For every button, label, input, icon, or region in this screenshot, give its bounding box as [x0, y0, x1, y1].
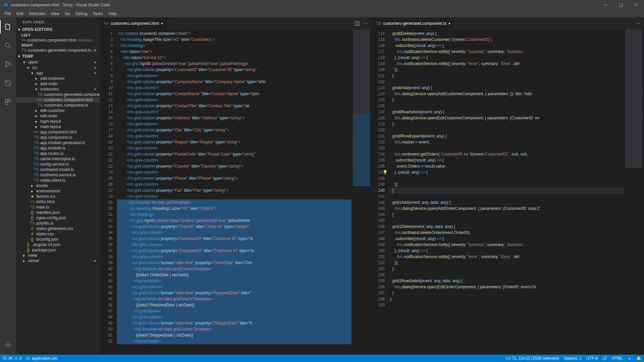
vscode-logo-icon [3, 2, 8, 8]
more-actions-icon[interactable]: ⋯ [364, 21, 368, 26]
code-editor-right[interactable]: grid0Delete(event: any) { this.northwind… [389, 29, 624, 355]
svg-point-7 [6, 66, 7, 67]
explorer-title: EXPLORER [16, 17, 100, 26]
search-icon[interactable] [0, 39, 16, 52]
ts-file-icon: TS [34, 135, 39, 140]
menu-file[interactable]: File [2, 11, 14, 17]
settings-gear-icon[interactable] [0, 338, 16, 351]
tree-item[interactable]: ▾ app● [16, 70, 100, 76]
tree-item[interactable]: ▸ server● [16, 258, 100, 263]
html-file-icon: <> [21, 38, 26, 43]
more-actions-icon[interactable]: ⋯ [636, 21, 640, 26]
status-encoding[interactable]: UTF-8 [586, 356, 598, 361]
menu-debug[interactable]: Debug [73, 11, 90, 17]
tree-item[interactable]: ▸ edit-order [16, 113, 100, 119]
menu-help[interactable]: Help [106, 11, 119, 17]
css-file-icon: # [30, 226, 35, 231]
tree-item[interactable]: TSconfig.service.ts [16, 162, 100, 167]
open-editor-left-file[interactable]: <> customers.component.html client\src\a… [16, 38, 100, 43]
minimize-button[interactable] [598, 0, 613, 10]
temp-section[interactable]: ▾TEMP [16, 53, 100, 60]
ts-file-icon: TS [34, 167, 39, 172]
chevron-icon: ▾ [30, 71, 35, 75]
open-editor-right-file[interactable]: TS customers-generated.component.ts clie… [16, 48, 100, 53]
minimap-right[interactable] [624, 29, 644, 355]
menu-edit[interactable]: Edit [14, 11, 26, 17]
tree-item[interactable]: TSapp.module-generated.ts [16, 140, 100, 145]
tree-item[interactable]: ▸ edit-customer [16, 108, 100, 113]
tree-item[interactable]: TScache.interceptor.ts [16, 156, 100, 162]
status-solution[interactable]: 🗀 application.sln [26, 356, 57, 361]
tree-item[interactable]: <>customers.component.html [16, 97, 100, 103]
close-window-button[interactable] [629, 0, 644, 10]
tree-item[interactable]: ▸ assets [16, 183, 100, 188]
tree-item[interactable]: {}.angular-cli.json [16, 242, 100, 247]
tree-item[interactable]: ▾ src● [16, 65, 100, 70]
menu-view[interactable]: View [48, 11, 62, 17]
json-file-icon: {} [25, 248, 31, 252]
tree-item[interactable]: <>index.html [16, 199, 100, 204]
tree-item[interactable]: TScustomers-generated.component.ts9 [16, 92, 100, 97]
minimap-left[interactable] [352, 29, 372, 355]
tree-item[interactable]: {}package.json [16, 247, 100, 253]
status-language[interactable]: HTML [612, 356, 623, 361]
ts-file-icon: TS [34, 151, 39, 156]
tree-item[interactable]: TSmain.ts [16, 204, 100, 210]
menu-selection[interactable]: Selection [26, 11, 48, 17]
svg-point-4 [5, 43, 9, 47]
tree-item[interactable]: TScustomers.component.ts [16, 103, 100, 108]
tree-item[interactable]: ▸ meta [16, 253, 100, 258]
tree-item[interactable]: ▸ main-layout [16, 124, 100, 129]
maximize-button[interactable] [613, 0, 629, 10]
svg-rect-13 [5, 102, 8, 105]
tree-item[interactable]: TSapp.routes.ts [16, 151, 100, 156]
modified-dot-icon: ● [161, 21, 163, 25]
status-spaces[interactable]: Spaces: 2 [564, 356, 582, 361]
ts-file-icon: TS [30, 221, 35, 226]
split-editor-icon[interactable] [355, 21, 360, 26]
tree-item[interactable]: TSpolyfills.ts [16, 221, 100, 226]
tabs-right: TS customers-generated.component.ts ● ⋯ [372, 17, 644, 29]
tree-item[interactable]: ▾ client● [16, 60, 100, 65]
tree-item[interactable]: {}tsconfig.json [16, 237, 100, 242]
ts-file-icon: TS [38, 103, 43, 108]
feedback-icon[interactable]: ☺ [628, 356, 632, 361]
tree-item[interactable]: #styles-generated.css [16, 226, 100, 231]
tree-item[interactable]: #styles.css [16, 231, 100, 237]
svg-point-14 [7, 344, 9, 346]
tree-item[interactable]: ▸ add-order [16, 81, 100, 86]
chevron-icon: ▸ [34, 114, 39, 118]
tree-item[interactable]: ▾ customers● [16, 86, 100, 92]
menu-tasks[interactable]: Tasks [90, 11, 106, 17]
tab-customers-generated-ts[interactable]: TS customers-generated.component.ts ● [372, 17, 454, 29]
code-editor-left[interactable]: <rz-content #content1 container="main"> … [117, 29, 352, 355]
tree-item[interactable]: ★favicon.ico [16, 194, 100, 199]
extensions-icon[interactable] [0, 95, 16, 109]
tree-item[interactable]: <>app.component.html [16, 129, 100, 135]
chevron-icon: ▸ [34, 76, 39, 81]
status-errors[interactable]: ⓧ 3K ⚠ 0 [3, 356, 21, 361]
tree-item[interactable]: TSapp.module.ts [16, 145, 100, 151]
modified-dot-icon: ● [448, 21, 450, 25]
bell-icon[interactable]: 🔔 [636, 356, 641, 361]
tree-item[interactable]: {}ngsw-config.json [16, 215, 100, 221]
tree-item[interactable]: TSapp.component.ts [16, 135, 100, 140]
tree-item[interactable]: ▸ environments [16, 188, 100, 194]
tree-item[interactable]: TSnorthwind.service.ts [16, 172, 100, 178]
status-position[interactable]: Ln 71, Col 23 (2538 selected) [506, 356, 559, 361]
tree-item[interactable]: TSodata-client.ts [16, 178, 100, 183]
tree-item[interactable]: {}manifest.json [16, 210, 100, 215]
ts-file-icon: TS [30, 205, 35, 209]
tree-item[interactable]: ▸ add-customer [16, 76, 100, 81]
tree-item[interactable]: ▸ login-layout [16, 119, 100, 124]
open-editors-section[interactable]: ▾OPEN EDITORS [16, 26, 100, 33]
chevron-icon: ▸ [34, 108, 39, 113]
status-eol[interactable]: LF [602, 356, 607, 361]
tab-customers-html[interactable]: <> customers.component.html ● [100, 17, 167, 29]
menu-go[interactable]: Go [62, 11, 73, 17]
debug-icon[interactable] [0, 76, 16, 90]
modified-dot-icon: ● [94, 66, 98, 69]
source-control-icon[interactable] [0, 58, 16, 71]
explorer-icon[interactable] [0, 20, 16, 34]
tree-item[interactable]: TSnorthwind.model.ts [16, 167, 100, 172]
